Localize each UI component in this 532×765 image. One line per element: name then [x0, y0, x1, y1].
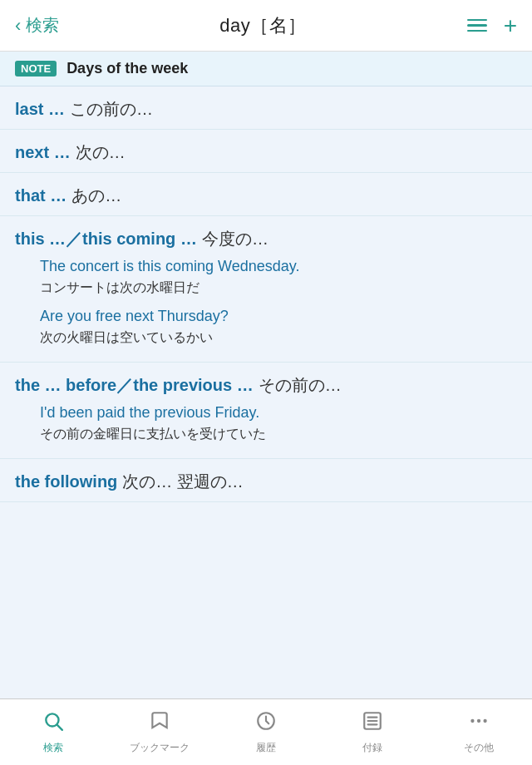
entry-meaning: その前の… — [259, 374, 342, 397]
svg-point-8 — [477, 718, 480, 722]
nav-more[interactable]: その他 — [426, 703, 532, 762]
history-icon — [255, 710, 277, 738]
entry-before: the … before／the previous … その前の… I'd be… — [0, 363, 532, 459]
content-area: last … この前の… next … 次の… that … あの… this … — [0, 86, 532, 698]
example-ja: 次の火曜日は空いているかい — [40, 329, 517, 347]
back-button[interactable]: ‹ 検索 — [15, 14, 59, 37]
header: ‹ 検索 day［名］ + — [0, 0, 532, 52]
header-actions: + — [467, 12, 517, 39]
example-ja: コンサートは次の水曜日だ — [40, 279, 517, 297]
svg-line-1 — [57, 724, 62, 729]
entry-key: next … — [15, 143, 71, 162]
search-icon — [42, 710, 64, 738]
chevron-left-icon: ‹ — [15, 15, 21, 37]
example-en: Are you free next Thursday? — [40, 305, 517, 328]
note-tag: NOTE — [15, 61, 57, 76]
nav-history[interactable]: 履歴 — [213, 703, 319, 762]
entry-meaning: 今度の… — [202, 228, 268, 250]
entry-last: last … この前の… — [0, 86, 532, 130]
entry-key: the following — [15, 472, 117, 491]
nav-bookmark-label: ブックマーク — [130, 741, 190, 755]
entry-meaning: 次の… 翌週の… — [122, 471, 244, 493]
entry-examples: I'd been paid the previous Friday. その前の金… — [15, 402, 517, 443]
back-label: 検索 — [26, 14, 59, 37]
entry-meaning: 次の… — [76, 141, 126, 164]
example-ja: その前の金曜日に支払いを受けていた — [40, 426, 517, 443]
svg-point-9 — [483, 718, 486, 722]
note-banner: NOTE Days of the week — [0, 52, 532, 86]
entry-key: last … — [15, 100, 65, 119]
example-en: I'd been paid the previous Friday. — [40, 402, 517, 424]
svg-point-7 — [470, 718, 474, 722]
nav-appendix-label: 付録 — [362, 741, 382, 755]
note-title: Days of the week — [66, 60, 188, 77]
nav-bookmark[interactable]: ブックマーク — [106, 703, 213, 762]
nav-more-label: その他 — [464, 741, 494, 755]
nav-history-label: 履歴 — [256, 741, 276, 755]
nav-appendix[interactable]: 付録 — [319, 703, 426, 762]
entry-key: that … — [15, 186, 66, 205]
add-button[interactable]: + — [504, 12, 517, 39]
nav-search[interactable]: 検索 — [0, 703, 106, 762]
example-en: The concert is this coming Wednesday. — [40, 255, 517, 278]
entry-that: that … あの… — [0, 173, 532, 216]
bookmark-icon — [149, 710, 170, 738]
entry-next: next … 次の… — [0, 130, 532, 173]
more-icon — [468, 710, 490, 738]
entry-examples: The concert is this coming Wednesday. コン… — [15, 255, 517, 347]
entry-this: this …／this coming … 今度の… The concert is… — [0, 216, 532, 363]
bottom-nav: 検索 ブックマーク 履歴 付録 — [0, 698, 532, 765]
entry-key: this …／this coming … — [15, 228, 197, 250]
entry-meaning: この前の… — [70, 98, 153, 121]
menu-button[interactable] — [467, 19, 487, 32]
page-title: day［名］ — [219, 13, 306, 38]
entry-following: the following 次の… 翌週の… — [0, 459, 532, 502]
list-icon — [362, 710, 383, 738]
entry-meaning: あの… — [71, 185, 121, 207]
entry-key: the … before／the previous … — [15, 374, 254, 397]
nav-search-label: 検索 — [43, 741, 63, 755]
